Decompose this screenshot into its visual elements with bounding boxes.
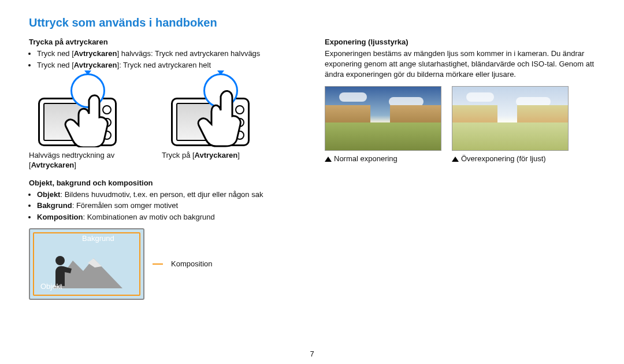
hand-icon — [196, 84, 248, 147]
figure-over-exposure: Överexponering (för ljust) — [452, 86, 569, 163]
composition-bullet-1: Objekt: Bildens huvudmotiv, t.ex. en per… — [37, 190, 299, 200]
figure-full-press: Tryck på [Avtryckaren] — [162, 76, 283, 170]
right-column: Exponering (ljusstyrka) Exponeringen bes… — [325, 38, 595, 300]
label-objekt: Objekt — [40, 282, 62, 291]
hand-icon — [64, 84, 116, 147]
composition-bullet-2: Bakgrund: Föremålen som omger motivet — [37, 200, 299, 211]
figure-composition: Bakgrund Objekt Komposition — [29, 228, 299, 300]
exposure-paragraph: Exponeringen bestäms av mängden ljus som… — [325, 49, 595, 80]
caption-over: Överexponering (för ljust) — [452, 154, 569, 163]
shutter-bullet-2: Tryck ned [Avtryckaren]: Tryck ned avtry… — [37, 60, 299, 70]
heading-composition: Objekt, bakgrund och komposition — [29, 179, 299, 187]
figure-half-press: Halvvägs nedtryckning av [Avtryckaren] — [29, 76, 150, 170]
triangle-up-icon — [325, 157, 332, 162]
composition-illustration: Bakgrund Objekt — [29, 228, 144, 300]
figure-normal-exposure: Normal exponering — [325, 86, 441, 163]
heading-exposure: Exponering (ljusstyrka) — [325, 38, 595, 46]
figure-half-press-caption: Halvvägs nedtryckning av [Avtryckaren] — [29, 151, 150, 170]
exposure-figures: Normal exponering Överexponering (för lj… — [325, 86, 595, 163]
triangle-up-icon — [452, 157, 459, 162]
heading-shutter: Trycka på avtryckaren — [29, 38, 299, 46]
composition-bullets: Objekt: Bildens huvudmotiv, t.ex. en per… — [29, 190, 299, 222]
left-column: Trycka på avtryckaren Tryck ned [Avtryck… — [29, 38, 299, 300]
svg-point-0 — [55, 256, 65, 265]
photo-over — [452, 86, 569, 151]
page-number: 7 — [310, 350, 314, 358]
arrow-down-icon — [84, 70, 91, 75]
photo-normal — [325, 86, 441, 151]
label-komposition: Komposition — [171, 259, 213, 268]
figure-full-press-caption: Tryck på [Avtryckaren] — [162, 151, 283, 161]
person-icon — [52, 255, 74, 286]
label-bakgrund: Bakgrund — [82, 234, 114, 243]
shutter-bullets: Tryck ned [Avtryckaren] halvvägs: Tryck … — [29, 49, 299, 70]
content-columns: Trycka på avtryckaren Tryck ned [Avtryck… — [29, 38, 595, 300]
caption-normal: Normal exponering — [325, 154, 441, 163]
shutter-bullet-1: Tryck ned [Avtryckaren] halvvägs: Tryck … — [37, 49, 299, 59]
page-title: Uttryck som används i handboken — [29, 16, 595, 29]
composition-bullet-3: Komposition: Kombinationen av motiv och … — [37, 212, 299, 222]
shutter-figures: Halvvägs nedtryckning av [Avtryckaren] — [29, 76, 299, 170]
manual-page: Uttryck som används i handboken Trycka p… — [0, 0, 624, 364]
arrow-down-icon — [217, 70, 224, 75]
callout-line-icon — [153, 263, 163, 265]
